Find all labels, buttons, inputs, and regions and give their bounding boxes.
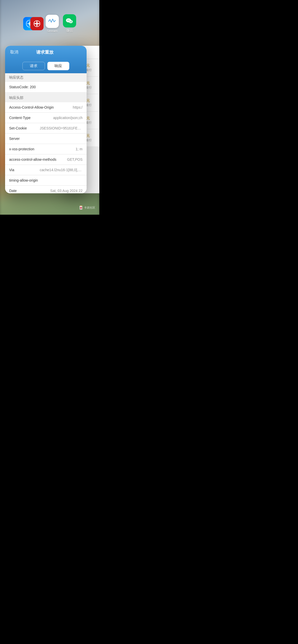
header-value-5: GET,POS [56, 157, 83, 162]
status-block: StatusCode: 200 [5, 82, 87, 92]
stream-title: 请求重放 [36, 49, 53, 55]
card-stream[interactable]: 取消 请求重放 请求 响应 响应状态 StatusCode: 200 响应头部 [5, 46, 87, 193]
svg-point-10 [69, 20, 70, 21]
header-value-0: https:/ [54, 105, 83, 109]
header-value-1: application/json;ch [40, 116, 83, 120]
app-icons-row: Stream 微信 [0, 14, 99, 33]
header-row-7: timing-allow-origin [5, 175, 87, 186]
app-icon-wechat[interactable] [63, 14, 76, 27]
header-value-2: JSESSIONID=95161FED732A4 [40, 126, 83, 130]
header-row-0: Access-Control-Allow-Origin https:/ [5, 102, 87, 113]
stacked-app-icons [23, 17, 42, 30]
cancel-button[interactable]: 取消 [10, 50, 18, 55]
header-value-6: cache14.l2nu16-1[88,0], kunlun3.cn [40, 168, 83, 172]
header-key-3: Server [9, 137, 40, 141]
tab-response[interactable]: 响应 [47, 62, 69, 70]
header-value-4: 1; m [40, 147, 83, 151]
cards-container: 取消 请求重放 请求 响应 响应状态 StatusCode: 200 响应头部 [0, 36, 99, 194]
header-key-5: access-control-allow-methods [9, 157, 56, 162]
header-key-8: Date [9, 189, 40, 193]
app-icon-item-stream[interactable]: Stream [46, 15, 59, 33]
wechat-app-label: 微信 [66, 28, 73, 33]
app-icon-stream[interactable] [46, 15, 59, 28]
stream-body[interactable]: 响应状态 StatusCode: 200 响应头部 Access-Control… [5, 73, 87, 193]
header-row-2: Set-Cookie JSESSIONID=95161FED732A4 [5, 123, 87, 134]
header-key-6: Via [9, 168, 40, 172]
tab-request[interactable]: 请求 [22, 62, 45, 70]
svg-rect-6 [48, 17, 57, 26]
header-row-4: x-xss-protection 1; m [5, 144, 87, 154]
svg-point-12 [71, 21, 72, 22]
svg-point-9 [67, 20, 68, 21]
stream-tabs: 请求 响应 [5, 59, 87, 73]
app-switcher: Stream 微信 取消 请求重放 [0, 0, 99, 215]
header-key-4: x-xss-protection [9, 147, 40, 151]
header-key-7: timing-allow-origin [9, 178, 40, 182]
header-row-8: Date Sat, 03 Aug 2024 22 [5, 186, 87, 193]
header-value-8: Sat, 03 Aug 2024 22 [40, 189, 83, 193]
watermark: 🀄 卡农社区 [79, 206, 95, 210]
section-header-headers: 响应头部 [5, 94, 87, 102]
stream-card-header: 取消 请求重放 [5, 46, 87, 59]
watermark-label: 卡农社区 [84, 206, 95, 210]
header-key-0: Access-Control-Allow-Origin [9, 105, 54, 109]
header-key-2: Set-Cookie [9, 126, 40, 130]
app-icon-item-safari-bank[interactable] [23, 17, 42, 30]
app-icon-item-wechat[interactable]: 微信 [63, 14, 76, 33]
header-row-5: access-control-allow-methods GET,POS [5, 154, 87, 165]
svg-point-8 [69, 20, 73, 23]
header-row-3: Server [5, 134, 87, 144]
app-icon-bank[interactable] [30, 17, 44, 30]
header-row-1: Content-Type application/json;ch [5, 113, 87, 123]
header-key-1: Content-Type [9, 116, 40, 120]
svg-point-11 [70, 21, 70, 22]
stream-app-label: Stream [47, 29, 58, 33]
header-row-6: Via cache14.l2nu16-1[88,0], kunlun3.cn [5, 165, 87, 175]
status-code: StatusCode: 200 [9, 85, 83, 89]
watermark-icon: 🀄 [79, 206, 83, 210]
svg-rect-5 [34, 23, 39, 24]
section-header-status: 响应状态 [5, 73, 87, 82]
